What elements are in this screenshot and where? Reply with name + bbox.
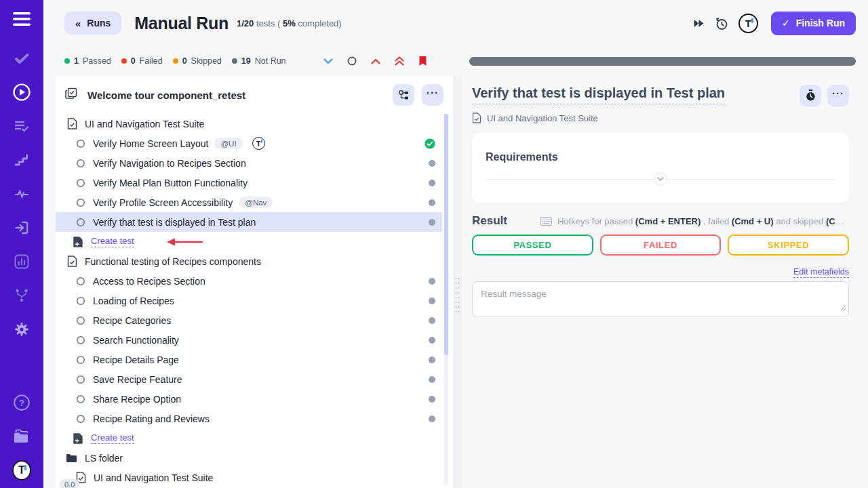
status-notrun-icon (429, 376, 435, 383)
folder-title: LS folder (85, 453, 123, 464)
tree-scrollbar-thumb[interactable] (444, 114, 448, 355)
suite-title: UI and Navigation Test Suite (85, 119, 204, 129)
double-chevron-up-filter-icon[interactable] (395, 56, 404, 66)
tag-badge: @Nav (239, 197, 273, 208)
result-message-input[interactable] (472, 281, 849, 317)
tree-test-row[interactable]: Recipe Details Page (56, 350, 442, 369)
create-test-link[interactable]: Create test (91, 432, 134, 444)
checked-clipboard-icon (64, 87, 78, 103)
analytics-chart-nav-icon[interactable] (12, 252, 31, 271)
tree-create-test-row[interactable]: Create test (56, 428, 442, 448)
tree-header-buttons: ··· (393, 84, 443, 106)
stat-count: 1 (74, 56, 79, 66)
tree-test-row[interactable]: Recipe Rating and Reviews (56, 409, 442, 428)
test-title: Recipe Details Page (93, 354, 179, 365)
main-area: « Runs Manual Run 1/20 tests ( 5% comple… (43, 0, 868, 488)
suite-document-icon (67, 256, 77, 267)
tree-test-row[interactable]: Recipe Categories (56, 310, 442, 330)
status-passed-icon (425, 138, 435, 149)
header-actions: T ✓ Finish Run (693, 12, 856, 35)
expand-requirements-button[interactable] (654, 172, 667, 186)
mark-passed-button[interactable]: PASSED (472, 235, 593, 256)
status-dot-icon (232, 58, 237, 64)
create-test-link[interactable]: Create test (91, 236, 134, 247)
help-nav-icon[interactable]: ? (12, 393, 31, 412)
chevron-down-filter-icon[interactable] (323, 58, 333, 64)
fast-forward-icon[interactable] (693, 19, 705, 28)
hotkeys-hint-text: Hotkeys for passed (Cmd + ENTER) , faile… (557, 216, 849, 226)
tree-test-row[interactable]: Save Recipe Feature (56, 369, 442, 389)
tree-test-row[interactable]: Verify that test is displayed in Test pl… (56, 212, 442, 232)
tree-test-row[interactable]: Share Recipe Option (56, 389, 442, 409)
tests-count: 1/20 (237, 18, 254, 28)
sign-in-nav-icon[interactable] (12, 218, 31, 237)
detail-more-options-button[interactable]: ··· (827, 85, 849, 106)
suite-document-icon (67, 118, 77, 129)
test-ring-icon (76, 414, 85, 424)
tree-suite-row[interactable]: UI and Navigation Test Suite (56, 114, 442, 134)
tree-test-row[interactable]: Search Functionality (56, 330, 442, 350)
testomat-header-logo-icon[interactable]: T (738, 14, 758, 33)
annotation-arrow-icon (165, 237, 203, 247)
tree-test-row[interactable]: Access to Recipes Section (56, 271, 442, 291)
status-notrun-icon (429, 160, 435, 167)
timer-icon[interactable] (715, 16, 728, 30)
tree-suite-row[interactable]: 0.0UI and Navigation Test Suite (56, 468, 442, 487)
stat-skipped: 0Skipped (173, 56, 222, 66)
status-notrun-icon (429, 415, 435, 422)
tree-test-row[interactable]: Verify Home Screen Layout@UIT (56, 134, 442, 153)
tree-scrollbar-track[interactable] (444, 114, 448, 485)
back-to-runs-button[interactable]: « Runs (64, 12, 121, 35)
tree-folder-row[interactable]: LS folder (56, 448, 442, 468)
test-title: Verify that test is displayed in Test pl… (93, 217, 256, 228)
chevron-up-filter-icon[interactable] (371, 58, 380, 64)
test-title: Verify Profile Screen Accessibility (93, 197, 233, 208)
test-title: Search Functionality (93, 335, 179, 346)
pulse-nav-icon[interactable] (12, 184, 31, 203)
check-icon: ✓ (782, 18, 790, 28)
status-notrun-icon (429, 180, 435, 186)
settings-gear-nav-icon[interactable] (12, 320, 31, 339)
hamburger-menu-icon[interactable] (12, 9, 31, 28)
detail-suite-breadcrumb[interactable]: UI and Navigation Test Suite (472, 113, 849, 123)
mark-skipped-button[interactable]: SKIPPED (728, 235, 849, 256)
bookmark-filter-icon[interactable] (418, 56, 427, 66)
double-chevron-left-icon: « (75, 18, 81, 29)
detail-timer-button[interactable] (800, 85, 821, 106)
panel-resize-gutter[interactable] (453, 76, 462, 488)
branch-nav-icon[interactable] (12, 286, 31, 305)
tree-more-options-button[interactable]: ··· (422, 84, 443, 106)
status-notrun-icon (429, 396, 435, 403)
tests-count-end: completed) (296, 18, 342, 28)
testomat-logo-icon[interactable]: T (12, 461, 31, 480)
mark-failed-button[interactable]: FAILED (600, 235, 722, 256)
edit-metafields-link[interactable]: Edit metafields (793, 267, 849, 278)
status-dot-icon (64, 58, 70, 64)
projects-folder-nav-icon[interactable] (12, 427, 31, 446)
finish-run-button[interactable]: ✓ Finish Run (771, 12, 856, 35)
project-run-title: Welcome tour component_retest (87, 89, 245, 101)
create-test-doc-icon (73, 237, 83, 247)
stat-count: 0 (131, 56, 136, 66)
tree-test-row[interactable]: Verify Navigation to Recipes Section (56, 153, 442, 173)
test-title: Access to Recipes Section (93, 276, 205, 287)
requirements-card: Requirements (472, 133, 849, 203)
steps-nav-icon[interactable] (12, 150, 31, 169)
tree-test-row[interactable]: Verify Meal Plan Button Functionality (56, 173, 442, 192)
tree-test-row[interactable]: Verify Profile Screen Accessibility@Nav (56, 192, 442, 212)
test-ring-icon (76, 336, 85, 345)
test-detail-title[interactable]: Verify that test is displayed in Test pl… (472, 85, 725, 104)
checkmark-nav-icon[interactable] (12, 49, 31, 68)
runs-play-nav-icon[interactable] (12, 83, 31, 102)
stat-label: Skipped (191, 56, 222, 66)
tree-view-toggle-button[interactable] (393, 84, 414, 106)
requirements-divider (486, 179, 835, 180)
run-header: « Runs Manual Run 1/20 tests ( 5% comple… (43, 0, 868, 46)
tree-test-row[interactable]: Loading of Recipes (56, 291, 442, 310)
circle-filter-icon[interactable] (347, 56, 357, 66)
test-plans-nav-icon[interactable] (12, 117, 31, 136)
tree-suite-row[interactable]: Functional testing of Recipes components (56, 251, 442, 271)
result-heading: Result (472, 214, 507, 228)
tree-create-test-row[interactable]: Create test (56, 232, 442, 251)
ellipsis-icon: ··· (832, 90, 844, 97)
